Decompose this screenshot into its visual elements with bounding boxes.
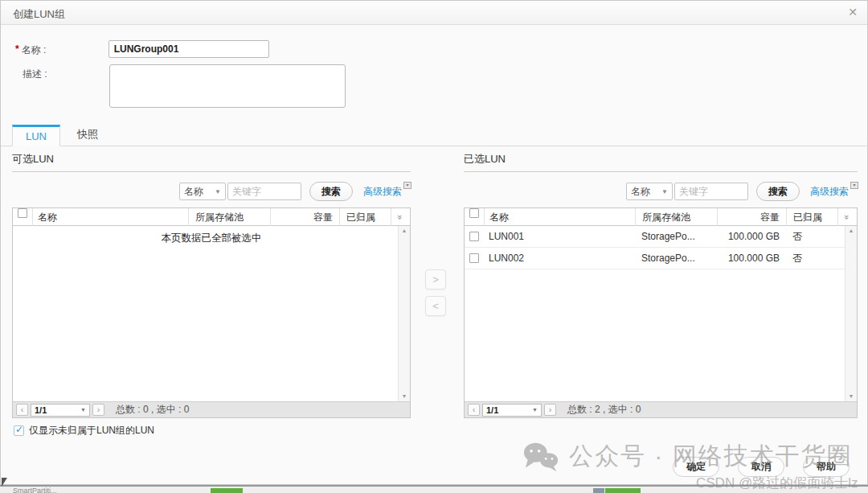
column-settings-icon[interactable]: » xyxy=(837,208,857,226)
prev-page-button[interactable]: ‹ xyxy=(16,404,28,416)
name-label: 名称 : xyxy=(22,43,60,57)
right-advanced-search-link[interactable]: 高级搜索 ▾ xyxy=(810,185,858,199)
description-field[interactable] xyxy=(109,64,346,108)
divider xyxy=(464,171,858,172)
filter-checkbox[interactable]: ✓ xyxy=(14,425,24,436)
description-form-row: 描述 : xyxy=(15,64,61,81)
right-search-button[interactable]: 搜索 xyxy=(756,182,800,201)
chevron-down-icon: ▼ xyxy=(80,407,86,413)
close-icon[interactable]: ✕ xyxy=(848,6,858,18)
create-lun-group-dialog: 创建LUN组 ✕ * 名称 : 描述 : LUN 快照 可选LUN 名称 ▼ 搜… xyxy=(0,0,868,485)
page-select[interactable]: 1/1 ▼ xyxy=(482,404,542,417)
move-left-button[interactable]: < xyxy=(425,296,446,316)
select-all-checkbox[interactable] xyxy=(469,208,479,218)
left-search-button[interactable]: 搜索 xyxy=(309,182,353,201)
background-text: SmartPartiti... xyxy=(13,487,57,493)
column-header-capacity[interactable]: 容量 xyxy=(270,208,339,226)
table-row[interactable]: LUN002 StoragePo... 100.000 GB 否 xyxy=(465,248,857,269)
column-header-name[interactable]: 名称 xyxy=(484,208,635,226)
dialog-footer: 确定 取消 帮助 xyxy=(673,457,850,477)
cell-capacity: 100.000 GB xyxy=(717,231,786,242)
available-lun-panel: 可选LUN 名称 ▼ 搜索 高级搜索 ▾ 名称 所属存储池 容量 已归属LU..… xyxy=(12,152,411,418)
scroll-down-icon[interactable]: ▼ xyxy=(845,392,857,401)
selected-lun-table-body: LUN001 StoragePo... 100.000 GB 否 LUN002 … xyxy=(465,226,857,401)
filter-row: ✓ 仅显示未归属于LUN组的LUN xyxy=(14,424,154,438)
column-header-pool[interactable]: 所属存储池 xyxy=(635,208,717,226)
column-header-owned[interactable]: 已归属LU... xyxy=(786,208,837,226)
left-keyword-input[interactable] xyxy=(227,183,301,200)
next-page-button[interactable]: › xyxy=(92,404,104,416)
select-all-checkbox[interactable] xyxy=(18,208,27,218)
right-keyword-input[interactable] xyxy=(674,183,748,200)
background-green-bar xyxy=(605,488,641,493)
background-page-strip: SmartPartiti... xyxy=(0,485,868,493)
cancel-button[interactable]: 取消 xyxy=(738,457,784,477)
scroll-up-icon[interactable]: ▲ xyxy=(399,226,410,236)
name-field[interactable] xyxy=(108,40,269,58)
tab-lun[interactable]: LUN xyxy=(12,125,60,146)
dialog-title: 创建LUN组 xyxy=(13,7,65,22)
right-search-field-value: 名称 xyxy=(631,185,650,199)
tab-snapshot[interactable]: 快照 xyxy=(65,125,110,146)
next-page-button[interactable]: › xyxy=(544,404,556,416)
left-pagination-bar: ‹ 1/1 ▼ › 总数 : 0 , 选中 : 0 xyxy=(13,401,410,417)
right-advanced-search-label: 高级搜索 xyxy=(810,186,849,197)
left-pagination-summary: 总数 : 0 , 选中 : 0 xyxy=(116,403,189,417)
cell-owned: 否 xyxy=(786,230,837,244)
column-header-owned[interactable]: 已归属LU... xyxy=(339,208,391,226)
transfer-controls: > < xyxy=(425,269,446,323)
prev-page-button[interactable]: ‹ xyxy=(468,404,480,416)
scrollbar[interactable]: ▲ ▼ xyxy=(845,226,857,401)
chevron-down-icon: ▼ xyxy=(661,188,668,195)
right-pagination-summary: 总数 : 2 , 选中 : 0 xyxy=(567,403,641,417)
tab-bar: LUN 快照 xyxy=(1,125,868,146)
check-icon: ✓ xyxy=(15,424,23,435)
row-checkbox[interactable] xyxy=(469,253,479,263)
available-lun-table: 名称 所属存储池 容量 已归属LU... » 本页数据已全部被选中 ▲ ▼ ‹ … xyxy=(12,207,411,418)
left-search-field-value: 名称 xyxy=(184,185,203,199)
row-checkbox[interactable] xyxy=(469,232,479,241)
mouse-cursor xyxy=(2,478,7,487)
scrollbar[interactable]: ▲ ▼ xyxy=(398,226,410,401)
selected-lun-title: 已选LUN xyxy=(464,152,858,171)
selected-lun-table: 名称 所属存储池 容量 已归属LU... » LUN001 StoragePo.… xyxy=(464,207,858,418)
cell-name: LUN002 xyxy=(484,253,635,264)
table-row[interactable]: LUN001 StoragePo... 100.000 GB 否 xyxy=(465,226,857,248)
column-header-name[interactable]: 名称 xyxy=(32,208,188,226)
right-search-field-select[interactable]: 名称 ▼ xyxy=(626,183,673,200)
cell-pool: StoragePo... xyxy=(635,253,717,264)
background-green-bar xyxy=(211,488,243,493)
move-right-button[interactable]: > xyxy=(425,269,446,290)
available-lun-table-body: 本页数据已全部被选中 ▲ ▼ xyxy=(13,226,410,401)
ok-button[interactable]: 确定 xyxy=(673,457,719,477)
selected-lun-panel: 已选LUN 名称 ▼ 搜索 高级搜索 ▾ 名称 所属存储池 容量 已归属LU..… xyxy=(464,152,858,418)
advanced-search-expand-icon: ▾ xyxy=(850,182,858,189)
left-search-row: 名称 ▼ 搜索 高级搜索 ▾ xyxy=(12,182,411,201)
page-value: 1/1 xyxy=(35,405,47,415)
advanced-search-expand-icon: ▾ xyxy=(403,182,411,189)
scroll-down-icon[interactable]: ▼ xyxy=(399,392,410,401)
column-settings-icon[interactable]: » xyxy=(391,208,410,226)
filter-label: 仅显示未归属于LUN组的LUN xyxy=(29,424,154,438)
left-advanced-search-link[interactable]: 高级搜索 ▾ xyxy=(363,185,411,199)
divider xyxy=(12,171,411,172)
dialog-titlebar: 创建LUN组 ✕ xyxy=(1,1,867,25)
name-form-row: * 名称 : xyxy=(15,40,60,57)
help-button[interactable]: 帮助 xyxy=(803,457,850,477)
required-asterisk: * xyxy=(15,43,19,55)
right-pagination-bar: ‹ 1/1 ▼ › 总数 : 2 , 选中 : 0 xyxy=(465,401,857,417)
column-header-capacity[interactable]: 容量 xyxy=(717,208,786,226)
page-select[interactable]: 1/1 ▼ xyxy=(31,404,90,417)
cell-pool: StoragePo... xyxy=(635,231,717,242)
table-header: 名称 所属存储池 容量 已归属LU... » xyxy=(465,208,857,226)
scroll-up-icon[interactable]: ▲ xyxy=(845,226,857,236)
column-header-pool[interactable]: 所属存储池 xyxy=(188,208,270,226)
table-header: 名称 所属存储池 容量 已归属LU... » xyxy=(13,208,410,226)
left-advanced-search-label: 高级搜索 xyxy=(363,186,402,197)
cell-name: LUN001 xyxy=(484,231,635,242)
page-value: 1/1 xyxy=(486,405,498,415)
background-gray-bar xyxy=(593,488,604,493)
cell-capacity: 100.000 GB xyxy=(717,253,786,264)
chevron-down-icon: ▼ xyxy=(532,407,538,413)
left-search-field-select[interactable]: 名称 ▼ xyxy=(179,183,226,200)
